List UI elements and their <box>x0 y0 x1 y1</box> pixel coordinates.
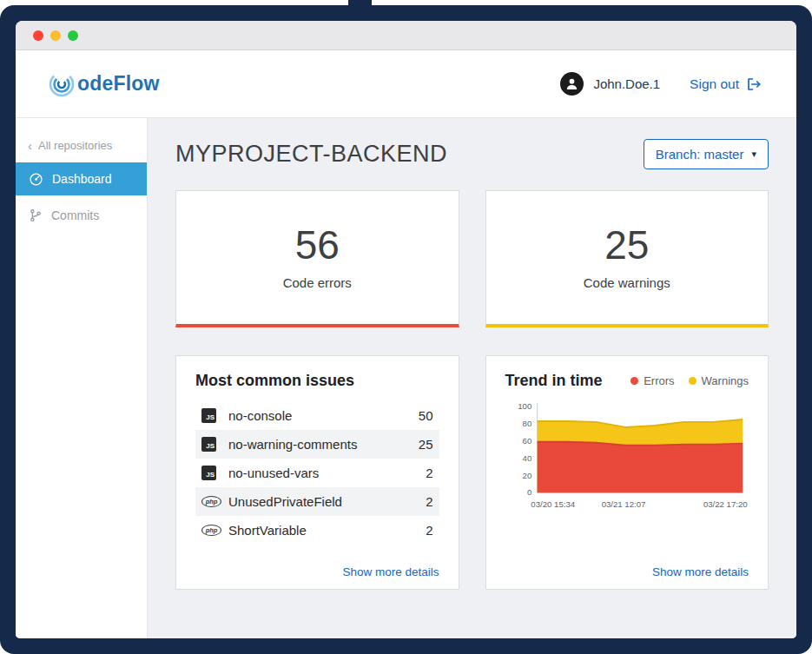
git-branch-icon <box>29 208 43 222</box>
legend-label: Warnings <box>702 374 749 387</box>
sidebar-item-label: Commits <box>51 208 99 222</box>
page-title: MYPROJECT-BACKEND <box>175 141 447 168</box>
stat-label: Code errors <box>283 275 352 290</box>
logo-text: odeFlow <box>77 72 160 96</box>
codeflow-logo[interactable]: odeFlow <box>47 69 160 99</box>
app-header: odeFlow John.Doe.1 Sign out <box>16 50 796 118</box>
issue-count: 50 <box>419 408 433 423</box>
trend-area-chart: 02040608010003/20 15:3403/21 12:0703/22 … <box>505 399 749 519</box>
close-button[interactable] <box>33 30 43 41</box>
php-icon: php <box>201 496 228 507</box>
issue-count: 2 <box>426 494 432 509</box>
most-common-issues-panel: Most common issues JSno-console50JSno-wa… <box>175 355 459 590</box>
stat-label: Code warnings <box>584 275 670 290</box>
svg-text:100: 100 <box>518 401 531 411</box>
panel-title: Most common issues <box>195 372 439 390</box>
issue-count: 25 <box>419 437 433 452</box>
stat-card-code-errors: 56 Code errors <box>175 190 459 327</box>
svg-text:03/21 12:07: 03/21 12:07 <box>601 499 645 509</box>
trend-chart-container: 02040608010003/20 15:3403/21 12:0703/22 … <box>505 399 749 519</box>
svg-text:0: 0 <box>526 487 531 497</box>
panel-title: Trend in time <box>505 372 603 390</box>
issue-count: 2 <box>426 523 432 538</box>
trend-in-time-panel: Trend in time Errors Warnings <box>485 355 769 590</box>
svg-text:80: 80 <box>522 419 531 428</box>
stat-value: 56 <box>295 225 340 265</box>
issue-name: no-console <box>228 408 419 423</box>
svg-text:03/22 17:20: 03/22 17:20 <box>703 499 747 509</box>
sidebar-item-dashboard[interactable]: Dashboard <box>16 162 147 195</box>
svg-text:40: 40 <box>522 453 531 463</box>
sidebar-back-all-repositories[interactable]: ‹ All repositories <box>16 132 147 159</box>
issue-row: phpShortVariable2 <box>195 516 439 545</box>
svg-text:03/20 15:34: 03/20 15:34 <box>531 499 575 509</box>
branch-selector-label: Branch: master <box>656 147 744 162</box>
issue-row: JSno-unused-vars2 <box>195 459 439 487</box>
issues-show-more-link[interactable]: Show more details <box>195 557 439 578</box>
legend-item-warnings: Warnings <box>689 374 749 387</box>
issue-count: 2 <box>426 466 432 480</box>
codeflow-logo-icon <box>47 69 76 99</box>
maximize-button[interactable] <box>68 30 78 41</box>
user-name: John.Doe.1 <box>593 76 660 91</box>
js-icon: JS <box>201 408 228 423</box>
branch-selector-button[interactable]: Branch: master ▾ <box>644 139 769 169</box>
trend-show-more-link[interactable]: Show more details <box>505 557 749 578</box>
issue-row: JSno-warning-comments25 <box>195 430 439 459</box>
sign-out-button[interactable]: Sign out <box>690 76 762 92</box>
errors-dot-icon <box>630 377 638 385</box>
window-titlebar <box>16 21 796 50</box>
warnings-dot-icon <box>689 377 696 385</box>
user-menu[interactable]: John.Doe.1 <box>560 72 660 96</box>
issue-name: ShortVariable <box>228 523 426 538</box>
issue-row: JSno-console50 <box>195 401 439 430</box>
issue-row: phpUnusedPrivateField2 <box>195 487 439 516</box>
app-window: odeFlow John.Doe.1 Sign out <box>16 21 796 638</box>
js-icon: JS <box>201 466 228 480</box>
issues-list: JSno-console50JSno-warning-comments25JSn… <box>195 401 439 545</box>
stat-value: 25 <box>604 225 649 265</box>
chevron-down-icon: ▾ <box>751 149 756 160</box>
legend-label: Errors <box>644 374 674 387</box>
user-avatar-icon <box>560 72 584 96</box>
dashboard-icon <box>29 172 43 187</box>
issue-name: no-unused-vars <box>228 466 426 480</box>
sidebar-item-label: Dashboard <box>52 172 112 186</box>
stat-card-code-warnings: 25 Code warnings <box>485 190 769 327</box>
sign-out-label: Sign out <box>690 76 739 92</box>
sidebar: ‹ All repositories Dashboard <box>16 118 148 638</box>
svg-text:60: 60 <box>522 436 531 446</box>
sidebar-back-label: All repositories <box>38 139 112 152</box>
minimize-button[interactable] <box>50 30 61 41</box>
chart-legend: Errors Warnings <box>630 374 749 387</box>
legend-item-errors: Errors <box>630 374 674 387</box>
sidebar-item-commits[interactable]: Commits <box>16 199 147 232</box>
chevron-left-icon: ‹ <box>28 139 32 152</box>
issue-name: no-warning-comments <box>228 437 419 452</box>
php-icon: php <box>201 525 228 536</box>
sign-out-icon <box>746 76 762 92</box>
issue-name: UnusedPrivateField <box>228 494 426 509</box>
svg-text:20: 20 <box>522 471 531 480</box>
js-icon: JS <box>201 437 228 452</box>
main-content: MYPROJECT-BACKEND Branch: master ▾ 56 Co… <box>148 118 796 638</box>
